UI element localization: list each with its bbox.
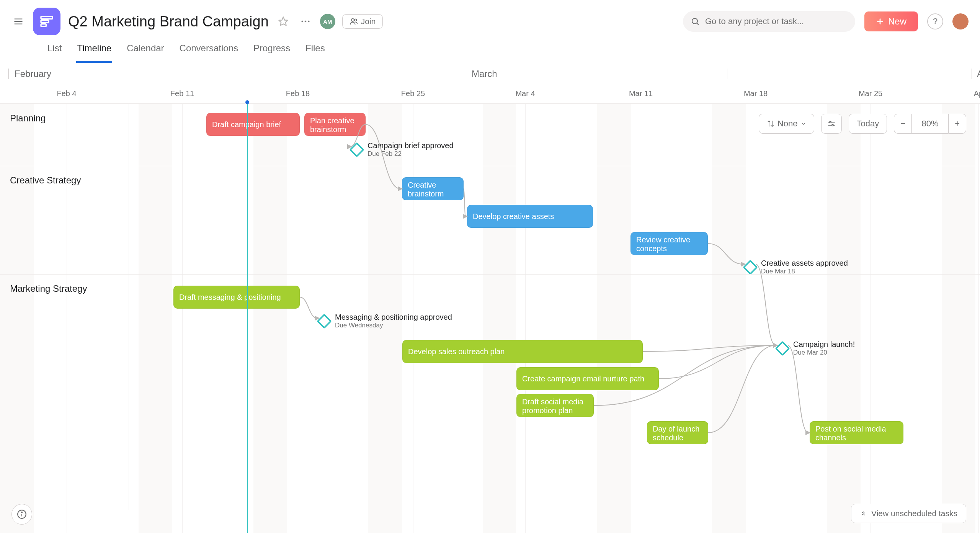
svg-point-9 [308, 21, 310, 23]
task-label: Draft social media promotion plan [522, 397, 588, 415]
chevron-up-icon [860, 510, 867, 517]
view-unscheduled-button[interactable]: View unscheduled tasks [851, 504, 966, 523]
project-title: Q2 Marketing Brand Campaign [68, 13, 269, 30]
task-label: Draft campaign brief [212, 120, 281, 129]
month-divider [8, 69, 9, 79]
milestone-brief-approved[interactable]: Campaign brief approvedDue Feb 22 [351, 141, 454, 158]
milestone-text: Campaign brief approvedDue Feb 22 [368, 141, 454, 158]
month-label: February [15, 69, 51, 79]
svg-point-7 [301, 21, 303, 23]
milestone-assets-approved[interactable]: Creative assets approvedDue Mar 18 [745, 259, 848, 275]
sort-label: None [777, 119, 798, 129]
milestone-text: Campaign launch!Due Mar 20 [793, 340, 855, 356]
task-label: Plan creative brainstorm [310, 116, 360, 134]
filter-button[interactable] [821, 114, 842, 134]
section-divider [0, 274, 980, 275]
task-review-concepts[interactable]: Review creative concepts [630, 232, 708, 255]
grid-line [298, 104, 298, 533]
date-label: Mar 4 [515, 89, 535, 98]
new-label: New [888, 16, 906, 27]
project-tabs: ListTimelineCalendarConversationsProgres… [47, 39, 969, 63]
date-label: Mar 11 [629, 89, 653, 98]
svg-rect-3 [41, 16, 52, 19]
weekend-band [0, 104, 34, 533]
zoom-value: 80% [911, 114, 948, 134]
tab-files[interactable]: Files [305, 39, 326, 63]
task-label: Day of launch schedule [653, 425, 702, 442]
svg-rect-4 [41, 20, 49, 23]
task-launch-schedule[interactable]: Day of launch schedule [647, 421, 708, 444]
join-label: Join [361, 17, 376, 26]
section-label[interactable]: Creative Strategy [10, 175, 81, 186]
grid-line [871, 104, 871, 533]
task-plan-brainstorm[interactable]: Plan creative brainstorm [304, 113, 366, 136]
section-label[interactable]: Marketing Strategy [10, 283, 87, 294]
weekend-band [597, 104, 631, 533]
task-label: Post on social media channels [815, 425, 898, 442]
zoom-in-button[interactable]: + [948, 114, 966, 134]
zoom-out-button[interactable]: − [894, 114, 911, 134]
search-field[interactable] [683, 11, 855, 32]
diamond-icon [317, 314, 332, 329]
more-icon[interactable] [298, 14, 313, 29]
new-button[interactable]: New [864, 11, 918, 31]
month-divider [727, 69, 727, 79]
milestone-campaign-launch[interactable]: Campaign launch!Due Mar 20 [777, 340, 855, 356]
task-draft-positioning[interactable]: Draft messaging & positioning [173, 286, 300, 309]
star-icon[interactable] [276, 14, 291, 29]
tab-conversations[interactable]: Conversations [179, 39, 239, 63]
date-label: Mar 18 [744, 89, 768, 98]
task-develop-assets[interactable]: Develop creative assets [467, 205, 593, 228]
grid-line [182, 104, 183, 533]
task-post-social[interactable]: Post on social media channels [810, 421, 903, 444]
milestone-positioning-approved[interactable]: Messaging & positioning approvedDue Wedn… [319, 313, 452, 329]
grid-line [525, 104, 526, 533]
grid-line [641, 104, 641, 533]
today-indicator [247, 104, 248, 533]
join-button[interactable]: Join [342, 14, 383, 29]
task-creative-brainstorm[interactable]: Creative brainstorm [402, 177, 464, 200]
tab-progress[interactable]: Progress [253, 39, 291, 63]
date-label: Feb 25 [401, 89, 425, 98]
user-avatar[interactable] [952, 13, 969, 29]
svg-marker-26 [806, 431, 810, 435]
date-label: Ap [974, 89, 980, 98]
menu-toggle[interactable] [11, 15, 25, 28]
svg-point-12 [692, 18, 697, 24]
tab-calendar[interactable]: Calendar [126, 39, 165, 63]
help-button[interactable]: ? [927, 13, 943, 29]
svg-point-10 [351, 19, 354, 21]
grid-line [756, 104, 756, 533]
weekend-band [139, 104, 172, 533]
task-draft-brief[interactable]: Draft campaign brief [206, 113, 300, 136]
weekend-band [827, 104, 861, 533]
unscheduled-label: View unscheduled tasks [871, 509, 957, 518]
svg-rect-5 [41, 24, 46, 27]
task-label: Develop creative assets [473, 212, 554, 221]
member-avatar[interactable]: AM [320, 14, 335, 29]
search-input[interactable] [705, 16, 848, 26]
svg-point-29 [830, 121, 831, 123]
today-button[interactable]: Today [849, 114, 887, 134]
date-label: Feb 18 [286, 89, 310, 98]
svg-point-30 [832, 124, 833, 126]
weekend-band [483, 104, 516, 533]
task-sales-outreach[interactable]: Develop sales outreach plan [402, 340, 643, 363]
task-email-nurture[interactable]: Create campaign email nurture path [516, 367, 659, 390]
tab-list[interactable]: List [47, 39, 62, 63]
date-label: Feb 11 [170, 89, 194, 98]
sort-button[interactable]: None [759, 114, 814, 134]
svg-line-13 [697, 23, 699, 25]
section-label[interactable]: Planning [10, 113, 46, 124]
info-button[interactable] [11, 504, 32, 525]
svg-marker-18 [463, 214, 467, 218]
task-social-plan[interactable]: Draft social media promotion plan [516, 394, 594, 417]
weekend-band [253, 104, 287, 533]
today-dot-icon [245, 100, 249, 104]
task-label: Create campaign email nurture path [522, 374, 644, 383]
svg-point-11 [354, 19, 357, 21]
tab-timeline[interactable]: Timeline [76, 39, 112, 63]
grid-line [978, 104, 979, 533]
svg-point-33 [21, 512, 22, 513]
svg-point-8 [304, 21, 306, 23]
